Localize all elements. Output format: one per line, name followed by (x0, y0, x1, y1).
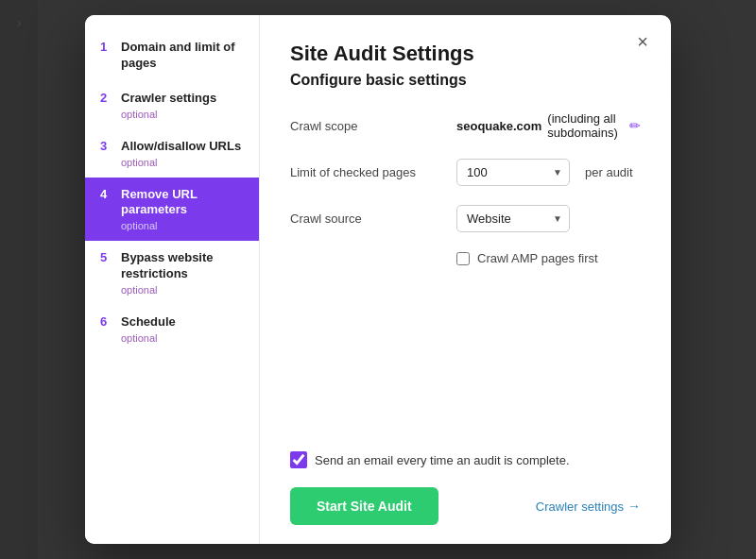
limit-select[interactable]: 10025050010005000 (456, 159, 570, 186)
close-button[interactable]: × (629, 28, 656, 55)
nav-item-3-title: Allow/disallow URLs (121, 139, 241, 155)
nav-item-2-title: Crawler settings (121, 91, 216, 107)
nav-item-4[interactable]: 4 Remove URL parameters optional (85, 178, 259, 242)
nav-item-4-sub: optional (100, 220, 244, 231)
modal-footer: Send an email every time an audit is com… (290, 436, 641, 525)
email-notify-label[interactable]: Send an email every time an audit is com… (315, 453, 570, 467)
crawl-source-label: Crawl source (290, 212, 441, 226)
limit-row: Limit of checked pages 10025050010005000… (290, 159, 641, 186)
email-row: Send an email every time an audit is com… (290, 451, 641, 468)
nav-item-3-number: 3 (100, 139, 113, 153)
per-audit-label: per audit (585, 165, 633, 179)
modal-content: × Site Audit Settings Configure basic se… (260, 15, 671, 544)
edit-crawl-scope-icon[interactable]: ✏ (629, 118, 641, 133)
nav-item-3-sub: optional (100, 157, 244, 168)
nav-item-2-sub: optional (100, 109, 244, 120)
nav-item-6-number: 6 (100, 314, 113, 329)
nav-item-5-title: Bypass website restrictions (121, 250, 244, 282)
nav-item-2-number: 2 (100, 91, 113, 105)
crawl-source-select[interactable]: WebsiteSitemapBoth (456, 205, 570, 232)
nav-item-5-number: 5 (100, 250, 113, 264)
modal-dialog: 1 Domain and limit of pages 2 Crawler se… (85, 15, 671, 544)
modal-backdrop: 1 Domain and limit of pages 2 Crawler se… (0, 0, 756, 559)
limit-select-wrapper: 10025050010005000 ▼ (456, 159, 570, 186)
footer-actions: Start Site Audit Crawler settings → (290, 487, 641, 525)
crawl-scope-row: Crawl scope seoquake.com (including all … (290, 111, 641, 140)
nav-item-5-sub: optional (100, 284, 244, 296)
modal-nav: 1 Domain and limit of pages 2 Crawler se… (85, 15, 260, 544)
nav-item-6-title: Schedule (121, 314, 176, 330)
crawl-scope-site: seoquake.com (456, 119, 541, 133)
modal-subtitle: Configure basic settings (290, 72, 641, 89)
nav-item-3[interactable]: 3 Allow/disallow URLs optional (85, 129, 259, 178)
crawler-settings-arrow: → (627, 499, 641, 514)
nav-item-4-title: Remove URL parameters (121, 187, 244, 219)
nav-item-6[interactable]: 6 Schedule optional (85, 305, 259, 353)
crawl-amp-label[interactable]: Crawl AMP pages first (477, 251, 598, 265)
crawl-amp-row: Crawl AMP pages first (456, 251, 641, 265)
nav-item-4-number: 4 (100, 187, 113, 201)
modal-title: Site Audit Settings (290, 42, 641, 66)
crawl-scope-note: (including all subdomains) (547, 111, 624, 140)
crawler-settings-button[interactable]: Crawler settings → (536, 499, 641, 514)
crawler-settings-label: Crawler settings (536, 500, 624, 514)
crawl-source-row: Crawl source WebsiteSitemapBoth ▼ (290, 205, 641, 232)
email-notify-checkbox[interactable] (290, 451, 307, 468)
start-audit-button[interactable]: Start Site Audit (290, 487, 438, 525)
nav-item-5[interactable]: 5 Bypass website restrictions optional (85, 241, 259, 305)
nav-item-1-number: 1 (100, 40, 113, 54)
crawl-scope-label: Crawl scope (290, 119, 441, 133)
limit-label: Limit of checked pages (290, 165, 441, 179)
nav-item-6-sub: optional (100, 332, 244, 344)
crawl-scope-value: seoquake.com (including all subdomains) … (456, 111, 641, 140)
crawl-source-select-wrapper: WebsiteSitemapBoth ▼ (456, 205, 570, 232)
nav-item-1[interactable]: 1 Domain and limit of pages (85, 30, 259, 81)
crawl-amp-checkbox[interactable] (456, 252, 470, 265)
nav-item-1-title: Domain and limit of pages (121, 40, 244, 72)
nav-item-2[interactable]: 2 Crawler settings optional (85, 81, 259, 129)
